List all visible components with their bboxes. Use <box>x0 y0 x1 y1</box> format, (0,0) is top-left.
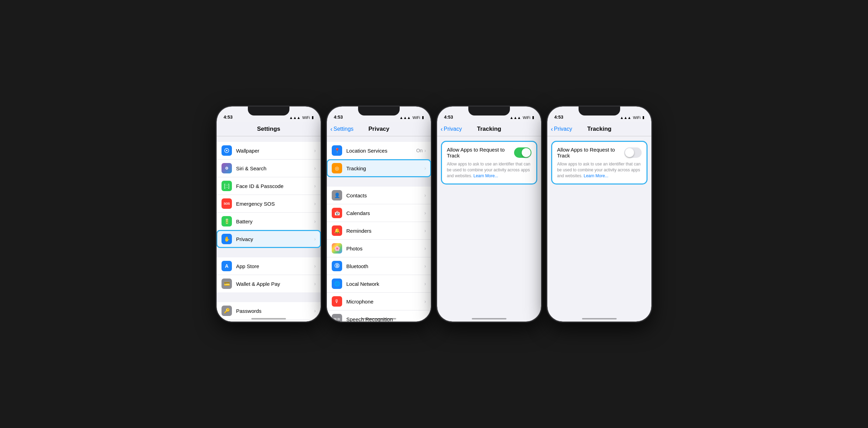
settings-item-passwords[interactable]: 🔑 Passwords › <box>217 302 321 320</box>
back-label-4: Privacy <box>554 126 572 132</box>
settings-group-1: Wallpaper › ⚙ Siri & Search › <box>217 142 321 248</box>
status-icons-2: ▲▲▲ WiFi ▮ <box>399 115 424 120</box>
priv-localnetwork-icon: 🌐 <box>332 279 342 289</box>
settings-item-wallpaper[interactable]: Wallpaper › <box>217 142 321 160</box>
priv-photos-label: Photos <box>346 246 424 251</box>
battery-icon-item: 🔋 <box>222 216 232 226</box>
privacy-item-location[interactable]: 📍 Location Services On › <box>327 142 431 160</box>
settings-item-sos[interactable]: SOS Emergency SOS › <box>217 195 321 213</box>
privacy-group-1: 📍 Location Services On › ◎ Tracking <box>327 142 431 177</box>
phone-3: 4:53 ▲▲▲ WiFi ▮ ‹ Privacy Tracking Al <box>437 106 541 322</box>
faceid-label: Face ID & Passcode <box>236 183 314 189</box>
priv-calendars-label: Calendars <box>346 210 424 216</box>
tracking-card-title-off: Allow Apps to Request to Track <box>557 147 624 159</box>
privacy-item-bluetooth[interactable]: Ⓑ Bluetooth › <box>327 257 431 275</box>
privacy-label: Privacy <box>236 236 314 242</box>
wallpaper-icon <box>222 145 232 156</box>
passwords-icon: 🔑 <box>222 306 232 316</box>
back-arrow-3: ‹ <box>441 126 443 132</box>
nav-back-2[interactable]: ‹ Settings <box>330 126 354 132</box>
appstore-chevron: › <box>314 263 316 269</box>
priv-localnetwork-label: Local Network <box>346 281 424 287</box>
priv-photos-chevron: › <box>424 246 426 251</box>
tracking-on-content: Allow Apps to Request to Track Allow app… <box>437 136 541 322</box>
privacy-item-calendars[interactable]: 📅 Calendars › <box>327 204 431 222</box>
home-indicator-2 <box>362 318 396 319</box>
settings-item-mail[interactable]: ✉ Mail › <box>217 320 321 322</box>
notch-3 <box>468 106 510 115</box>
settings-item-siri[interactable]: ⚙ Siri & Search › <box>217 160 321 177</box>
passwords-label: Passwords <box>236 308 314 314</box>
appstore-label: App Store <box>236 263 314 269</box>
status-time-2: 4:53 <box>334 114 343 120</box>
privacy-section-top: 📍 Location Services On › ◎ Tracking <box>327 142 431 177</box>
privacy-item-speech[interactable]: ≋≋ Speech Recognition › <box>327 310 431 322</box>
wallpaper-label: Wallpaper <box>236 148 314 154</box>
phone-2: 4:53 ▲▲▲ WiFi ▮ ‹ Settings Privacy <box>327 106 431 322</box>
signal-icon-3: ▲▲▲ <box>510 115 521 120</box>
phone-4: 4:53 ▲▲▲ WiFi ▮ ‹ Privacy Tracking Al <box>547 106 651 322</box>
tracking-learn-more-off[interactable]: Learn More... <box>584 173 608 178</box>
battery-icon-4: ▮ <box>642 115 644 120</box>
toggle-on[interactable] <box>514 147 531 158</box>
screen-4: 4:53 ▲▲▲ WiFi ▮ ‹ Privacy Tracking Al <box>547 106 651 322</box>
settings-item-battery[interactable]: 🔋 Battery › <box>217 213 321 230</box>
priv-bluetooth-chevron: › <box>424 263 426 269</box>
home-indicator-4 <box>582 318 617 319</box>
wallet-icon: 💳 <box>222 279 232 289</box>
privacy-item-localnetwork[interactable]: 🌐 Local Network › <box>327 275 431 293</box>
location-value: On <box>416 148 423 153</box>
tracking-off-content: Allow Apps to Request to Track Allow app… <box>547 136 651 322</box>
nav-bar-4: ‹ Privacy Tracking <box>547 122 651 136</box>
battery-icon-2: ▮ <box>422 115 424 120</box>
priv-localnetwork-chevron: › <box>424 281 426 286</box>
tracking-icon: ◎ <box>332 163 342 173</box>
status-icons-3: ▲▲▲ WiFi ▮ <box>510 115 534 120</box>
home-indicator-3 <box>472 318 506 319</box>
nav-back-3[interactable]: ‹ Privacy <box>441 126 462 132</box>
svg-point-1 <box>226 150 227 151</box>
privacy-item-microphone[interactable]: 🎙 Microphone › <box>327 293 431 310</box>
priv-photos-icon: 🌸 <box>332 243 342 254</box>
priv-contacts-icon: 👤 <box>332 190 342 200</box>
privacy-item-contacts[interactable]: 👤 Contacts › <box>327 187 431 204</box>
priv-contacts-chevron: › <box>424 192 426 198</box>
wifi-icon-2: WiFi <box>413 115 420 120</box>
wifi-icon: WiFi <box>302 115 310 120</box>
section-gap-1 <box>217 248 321 257</box>
back-arrow-2: ‹ <box>330 126 332 132</box>
wallpaper-chevron: › <box>314 148 316 153</box>
battery-chevron: › <box>314 219 316 224</box>
appstore-icon: A <box>222 261 232 271</box>
settings-item-wallet[interactable]: 💳 Wallet & Apple Pay › <box>217 275 321 292</box>
privacy-content[interactable]: 📍 Location Services On › ◎ Tracking <box>327 136 431 322</box>
battery-icon: ▮ <box>312 115 314 120</box>
toggle-off[interactable] <box>624 147 642 158</box>
settings-item-faceid[interactable]: [::] Face ID & Passcode › <box>217 177 321 195</box>
battery-label: Battery <box>236 219 314 224</box>
location-label: Location Services <box>346 148 416 154</box>
settings-content[interactable]: Wallpaper › ⚙ Siri & Search › <box>217 136 321 322</box>
priv-reminders-chevron: › <box>424 228 426 233</box>
priv-contacts-label: Contacts <box>346 192 424 198</box>
nav-back-4[interactable]: ‹ Privacy <box>551 126 572 132</box>
status-icons-1: ▲▲▲ WiFi ▮ <box>289 115 314 120</box>
privacy-item-tracking[interactable]: ◎ Tracking › <box>327 160 431 177</box>
sos-icon: SOS <box>222 198 232 209</box>
privacy-item-photos[interactable]: 🌸 Photos › <box>327 240 431 257</box>
priv-microphone-icon: 🎙 <box>332 296 342 307</box>
tracking-desc-on: Allow apps to ask to use an identifier t… <box>447 161 531 179</box>
notch-1 <box>248 106 289 115</box>
privacy-chevron: › <box>314 236 316 242</box>
signal-icon-2: ▲▲▲ <box>399 115 411 120</box>
priv-bluetooth-label: Bluetooth <box>346 263 424 269</box>
privacy-item-reminders[interactable]: 🔔 Reminders › <box>327 222 431 240</box>
nav-bar-2: ‹ Settings Privacy <box>327 122 431 136</box>
priv-reminders-icon: 🔔 <box>332 225 342 236</box>
settings-item-appstore[interactable]: A App Store › <box>217 257 321 275</box>
settings-item-privacy[interactable]: ✋ Privacy › <box>217 230 321 248</box>
sos-label: Emergency SOS <box>236 201 314 207</box>
section-gap-2 <box>217 292 321 302</box>
passwords-chevron: › <box>314 308 316 314</box>
tracking-learn-more-on[interactable]: Learn More... <box>474 173 498 178</box>
